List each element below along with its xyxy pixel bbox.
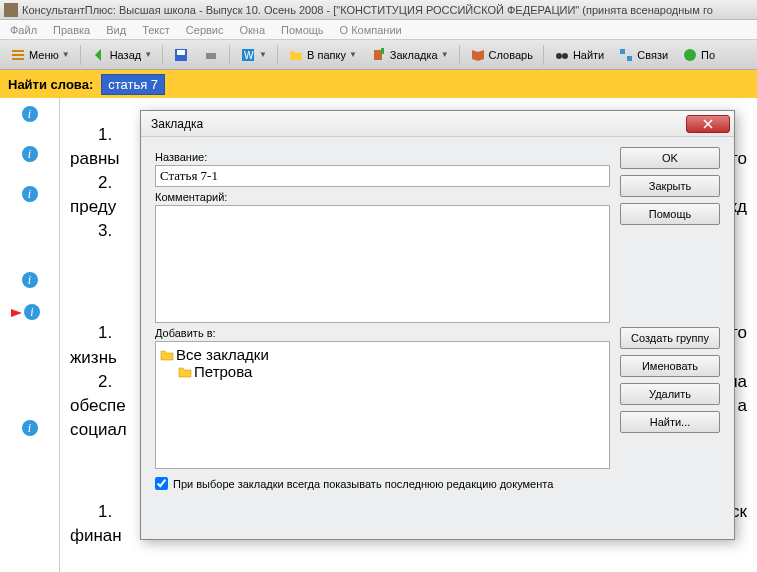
- folder-icon: [178, 366, 192, 378]
- tree-root-label: Все закладки: [176, 346, 269, 363]
- back-label: Назад: [110, 49, 142, 61]
- po-button[interactable]: По: [676, 45, 721, 65]
- chevron-down-icon: ▼: [441, 50, 449, 59]
- menu-help[interactable]: Помощь: [273, 22, 332, 38]
- toolbar: Меню ▼ Назад ▼ W▼ В папку ▼ Закладка ▼ С…: [0, 40, 757, 70]
- titlebar: КонсультантПлюс: Высшая школа - Выпуск 1…: [0, 0, 757, 20]
- bookmark-dialog: Закладка Название: Комментарий: Добавить…: [140, 110, 735, 540]
- svg-rect-13: [620, 49, 625, 54]
- dialog-titlebar[interactable]: Закладка: [141, 111, 734, 137]
- chevron-down-icon: ▼: [349, 50, 357, 59]
- close-icon: [703, 119, 713, 129]
- menu-edit[interactable]: Правка: [45, 22, 98, 38]
- app-icon: [4, 3, 18, 17]
- bookmark-icon: [371, 47, 387, 63]
- menu-button[interactable]: Меню ▼: [4, 45, 76, 65]
- svg-rect-1: [12, 54, 24, 56]
- dictionary-label: Словарь: [489, 49, 533, 61]
- menu-icon: [10, 47, 26, 63]
- print-button[interactable]: [197, 45, 225, 65]
- comment-label: Комментарий:: [155, 191, 610, 203]
- name-label: Название:: [155, 151, 610, 163]
- svg-rect-2: [12, 58, 24, 60]
- find-words-bar: Найти слова: статья 7: [0, 70, 757, 98]
- info-icon[interactable]: i: [22, 186, 38, 202]
- tree-root-item[interactable]: Все закладки: [160, 346, 605, 363]
- svg-rect-0: [12, 50, 24, 52]
- folder-button[interactable]: В папку ▼: [282, 45, 363, 65]
- tree-child-label: Петрова: [194, 363, 252, 380]
- tree-child-item[interactable]: Петрова: [178, 363, 605, 380]
- info-icon[interactable]: i: [22, 106, 38, 122]
- svg-rect-4: [177, 50, 185, 55]
- create-group-button[interactable]: Создать группу: [620, 327, 720, 349]
- po-label: По: [701, 49, 715, 61]
- name-input[interactable]: [155, 165, 610, 187]
- svg-rect-6: [208, 49, 214, 53]
- menu-service[interactable]: Сервис: [178, 22, 232, 38]
- rename-button[interactable]: Именовать: [620, 355, 720, 377]
- info-icon[interactable]: i: [22, 146, 38, 162]
- help-button[interactable]: Помощь: [620, 203, 720, 225]
- links-label: Связи: [637, 49, 668, 61]
- svg-point-11: [556, 53, 562, 59]
- dictionary-button[interactable]: Словарь: [464, 45, 539, 65]
- save-button[interactable]: [167, 45, 195, 65]
- folder-label: В папку: [307, 49, 346, 61]
- links-icon: [618, 47, 634, 63]
- svg-point-15: [684, 49, 696, 61]
- close-button[interactable]: Закрыть: [620, 175, 720, 197]
- folder-icon: [288, 47, 304, 63]
- info-icon[interactable]: i: [22, 420, 38, 436]
- folder-open-icon: [160, 349, 174, 361]
- svg-rect-5: [206, 53, 216, 59]
- title-text: КонсультантПлюс: Высшая школа - Выпуск 1…: [22, 4, 713, 16]
- chevron-down-icon: ▼: [259, 50, 267, 59]
- dialog-title: Закладка: [151, 117, 686, 131]
- menu-windows[interactable]: Окна: [232, 22, 274, 38]
- comment-textarea[interactable]: [155, 205, 610, 323]
- print-icon: [203, 47, 219, 63]
- chevron-down-icon: ▼: [144, 50, 152, 59]
- menu-text[interactable]: Текст: [134, 22, 178, 38]
- chevron-down-icon: ▼: [62, 50, 70, 59]
- book-icon: [470, 47, 486, 63]
- check-icon: [682, 47, 698, 63]
- menubar: Файл Правка Вид Текст Сервис Окна Помощь…: [0, 20, 757, 40]
- menu-file[interactable]: Файл: [2, 22, 45, 38]
- delete-button[interactable]: Удалить: [620, 383, 720, 405]
- word-button[interactable]: W▼: [234, 45, 273, 65]
- svg-rect-14: [627, 56, 632, 61]
- back-button[interactable]: Назад ▼: [85, 45, 158, 65]
- find-button[interactable]: Найти...: [620, 411, 720, 433]
- menu-about[interactable]: О Компании: [332, 22, 410, 38]
- svg-rect-10: [381, 48, 384, 54]
- show-latest-label: При выборе закладки всегда показывать по…: [173, 478, 553, 490]
- find-label: Найти: [573, 49, 604, 61]
- svg-rect-9: [374, 50, 382, 60]
- folder-tree[interactable]: Все закладки Петрова: [155, 341, 610, 469]
- close-button[interactable]: [686, 115, 730, 133]
- show-latest-checkbox[interactable]: [155, 477, 168, 490]
- links-button[interactable]: Связи: [612, 45, 674, 65]
- bookmark-flag-icon[interactable]: [10, 308, 24, 322]
- back-arrow-icon: [91, 47, 107, 63]
- find-words-input[interactable]: статья 7: [101, 74, 165, 95]
- svg-point-12: [562, 53, 568, 59]
- word-icon: W: [240, 47, 256, 63]
- save-icon: [173, 47, 189, 63]
- find-button[interactable]: Найти: [548, 45, 610, 65]
- addto-label: Добавить в:: [155, 327, 610, 339]
- info-icon[interactable]: i: [24, 304, 40, 320]
- menu-view[interactable]: Вид: [98, 22, 134, 38]
- bookmark-label: Закладка: [390, 49, 438, 61]
- ok-button[interactable]: OK: [620, 147, 720, 169]
- info-icon[interactable]: i: [22, 272, 38, 288]
- bookmark-button[interactable]: Закладка ▼: [365, 45, 455, 65]
- binoculars-icon: [554, 47, 570, 63]
- info-column: i i i i i i: [0, 98, 60, 572]
- menu-label: Меню: [29, 49, 59, 61]
- svg-text:W: W: [244, 50, 254, 61]
- find-words-label: Найти слова:: [8, 77, 93, 92]
